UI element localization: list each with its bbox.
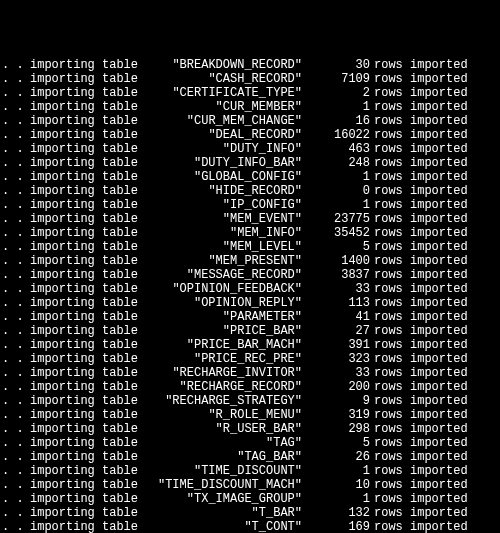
row-prefix: . . — [2, 184, 30, 198]
row-label: importing table — [30, 338, 138, 352]
row-label: importing table — [30, 72, 138, 86]
row-prefix: . . — [2, 492, 30, 506]
row-count: 323 — [306, 352, 374, 366]
row-label: importing table — [30, 100, 138, 114]
row-label: importing table — [30, 422, 138, 436]
table-name: "BREAKDOWN_RECORD" — [138, 58, 306, 72]
row-label: importing table — [30, 156, 138, 170]
table-name: "MESSAGE_RECORD" — [138, 268, 306, 282]
table-name: "MEM_EVENT" — [138, 212, 306, 226]
row-suffix: rows imported — [374, 352, 468, 366]
table-name: "DUTY_INFO_BAR" — [138, 156, 306, 170]
row-label: importing table — [30, 58, 138, 72]
log-row: . .importing table"CERTIFICATE_TYPE"2row… — [2, 86, 500, 100]
row-suffix: rows imported — [374, 296, 468, 310]
row-label: importing table — [30, 492, 138, 506]
row-label: importing table — [30, 226, 138, 240]
table-name: "TX_IMAGE_GROUP" — [138, 492, 306, 506]
row-label: importing table — [30, 324, 138, 338]
row-count: 200 — [306, 380, 374, 394]
row-label: importing table — [30, 142, 138, 156]
table-name: "T_BAR" — [138, 506, 306, 520]
row-prefix: . . — [2, 366, 30, 380]
log-row: . .importing table"DEAL_RECORD"16022rows… — [2, 128, 500, 142]
table-name: "PRICE_REC_PRE" — [138, 352, 306, 366]
row-suffix: rows imported — [374, 142, 468, 156]
log-row: . .importing table"RECHARGE_STRATEGY"9ro… — [2, 394, 500, 408]
row-count: 33 — [306, 366, 374, 380]
log-row: . .importing table"CASH_RECORD"7109rows … — [2, 72, 500, 86]
row-prefix: . . — [2, 156, 30, 170]
row-prefix: . . — [2, 310, 30, 324]
row-count: 35452 — [306, 226, 374, 240]
row-suffix: rows imported — [374, 464, 468, 478]
log-row: . .importing table"R_ROLE_MENU"319rows i… — [2, 408, 500, 422]
row-count: 0 — [306, 184, 374, 198]
row-label: importing table — [30, 268, 138, 282]
row-prefix: . . — [2, 520, 30, 533]
row-suffix: rows imported — [374, 520, 468, 533]
row-count: 463 — [306, 142, 374, 156]
row-suffix: rows imported — [374, 170, 468, 184]
table-name: "MEM_INFO" — [138, 226, 306, 240]
row-count: 27 — [306, 324, 374, 338]
row-prefix: . . — [2, 338, 30, 352]
row-count: 113 — [306, 296, 374, 310]
row-prefix: . . — [2, 408, 30, 422]
log-row: . .importing table"CUR_MEMBER"1rows impo… — [2, 100, 500, 114]
row-count: 1 — [306, 198, 374, 212]
row-prefix: . . — [2, 464, 30, 478]
row-prefix: . . — [2, 128, 30, 142]
row-prefix: . . — [2, 86, 30, 100]
log-row: . .importing table"DUTY_INFO"463rows imp… — [2, 142, 500, 156]
row-suffix: rows imported — [374, 282, 468, 296]
log-row: . .importing table"TX_IMAGE_GROUP"1rows … — [2, 492, 500, 506]
table-name: "PARAMETER" — [138, 310, 306, 324]
log-row: . .importing table"MEM_LEVEL"5rows impor… — [2, 240, 500, 254]
log-row: . .importing table"PRICE_REC_PRE"323rows… — [2, 352, 500, 366]
log-row: . .importing table"PRICE_BAR_MACH"391row… — [2, 338, 500, 352]
log-row: . .importing table"RECHARGE_RECORD"200ro… — [2, 380, 500, 394]
row-suffix: rows imported — [374, 254, 468, 268]
table-name: "OPINION_REPLY" — [138, 296, 306, 310]
row-suffix: rows imported — [374, 408, 468, 422]
row-label: importing table — [30, 240, 138, 254]
row-count: 298 — [306, 422, 374, 436]
table-name: "R_ROLE_MENU" — [138, 408, 306, 422]
row-count: 26 — [306, 450, 374, 464]
row-prefix: . . — [2, 394, 30, 408]
row-count: 3837 — [306, 268, 374, 282]
row-prefix: . . — [2, 212, 30, 226]
log-row: . .importing table"PRICE_BAR"27rows impo… — [2, 324, 500, 338]
row-label: importing table — [30, 184, 138, 198]
row-count: 1 — [306, 170, 374, 184]
row-prefix: . . — [2, 226, 30, 240]
row-count: 1 — [306, 100, 374, 114]
row-label: importing table — [30, 296, 138, 310]
row-prefix: . . — [2, 352, 30, 366]
table-name: "TAG" — [138, 436, 306, 450]
row-label: importing table — [30, 352, 138, 366]
row-suffix: rows imported — [374, 380, 468, 394]
log-row: . .importing table"OPINION_FEEDBACK"33ro… — [2, 282, 500, 296]
table-name: "DUTY_INFO" — [138, 142, 306, 156]
table-name: "T_CONT" — [138, 520, 306, 533]
row-prefix: . . — [2, 478, 30, 492]
table-name: "GLOBAL_CONFIG" — [138, 170, 306, 184]
row-suffix: rows imported — [374, 366, 468, 380]
log-row: . .importing table"T_BAR"132rows importe… — [2, 506, 500, 520]
row-suffix: rows imported — [374, 506, 468, 520]
row-count: 1 — [306, 464, 374, 478]
row-suffix: rows imported — [374, 156, 468, 170]
row-count: 5 — [306, 240, 374, 254]
row-suffix: rows imported — [374, 226, 468, 240]
row-label: importing table — [30, 464, 138, 478]
row-prefix: . . — [2, 240, 30, 254]
row-suffix: rows imported — [374, 478, 468, 492]
row-suffix: rows imported — [374, 100, 468, 114]
row-suffix: rows imported — [374, 240, 468, 254]
row-count: 169 — [306, 520, 374, 533]
row-count: 33 — [306, 282, 374, 296]
table-name: "CASH_RECORD" — [138, 72, 306, 86]
table-name: "RECHARGE_INVITOR" — [138, 366, 306, 380]
